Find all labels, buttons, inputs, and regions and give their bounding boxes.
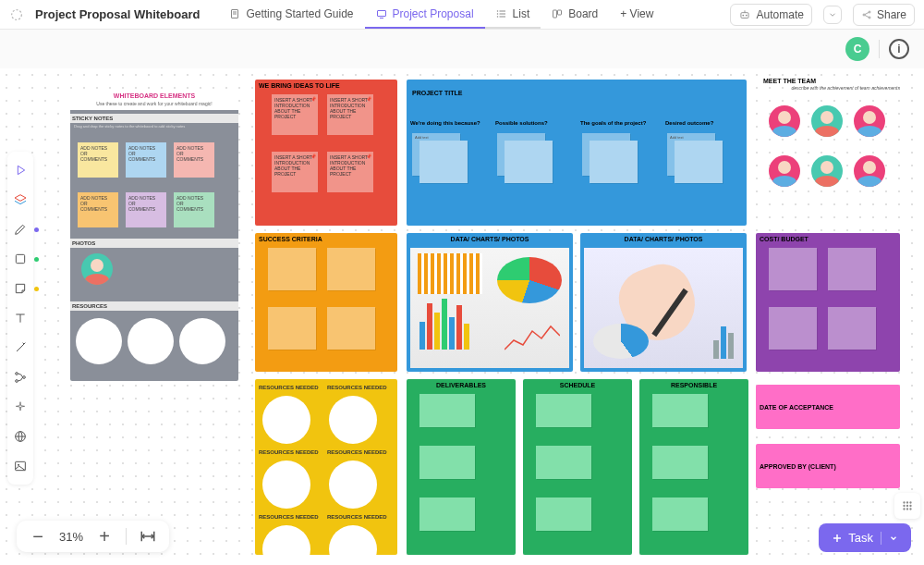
resource-circle[interactable] [179,318,225,364]
panel-team[interactable]: MEET THE TEAM describe with the achievem… [763,78,900,226]
cursor-tool[interactable] [11,161,30,179]
tab-getting-started[interactable]: Getting Started Guide [218,1,364,29]
board-icon [552,8,563,19]
resp-sticky[interactable] [652,394,708,427]
team-avatar[interactable] [854,105,885,137]
sample-sticky[interactable]: ADD NOTES OR COMMENTS [174,142,214,178]
task-label: Task [848,531,873,545]
panel-responsible[interactable]: RESPONSIBLE [639,379,748,555]
automate-dropdown[interactable] [823,6,842,24]
fit-width-button[interactable] [140,528,156,545]
tab-list[interactable]: List [485,1,541,29]
sample-sticky[interactable]: ADD NOTES OR COMMENTS [78,192,118,227]
sched-sticky[interactable] [536,446,591,479]
panel-data-charts-1[interactable]: DATA/ CHARTS/ PHOTOS [407,233,573,372]
automate-button[interactable]: Automate [730,4,812,26]
zoom-in-button[interactable]: + [96,528,113,545]
idea-sticky[interactable]: INSERT A SHORT INTRODUCTION ABOUT THE PR… [327,152,373,192]
svg-line-27 [17,344,24,351]
project-sticky[interactable] [675,141,723,183]
idea-sticky[interactable]: INSERT A SHORT INTRODUCTION ABOUT THE PR… [327,94,373,135]
cost-sticky[interactable] [769,307,817,350]
user-avatar[interactable]: C [845,37,869,61]
team-avatar[interactable] [811,105,843,137]
shape-tool[interactable] [11,250,30,268]
deliv-sticky[interactable] [419,394,475,427]
resource-slot[interactable] [262,525,310,565]
cost-sticky[interactable] [828,248,876,290]
responsible-title: RESPONSIBLE [643,382,745,388]
panel-project-title[interactable]: PROJECT TITLE We're doing this because? … [407,80,747,226]
resource-slot[interactable] [262,396,310,444]
panel-resources-needed[interactable]: RESOURCES NEEDED RESOURCES NEEDED RESOUR… [255,379,397,555]
quick-menu-button[interactable] [894,493,920,519]
sticky-tool[interactable] [11,279,30,298]
success-sticky[interactable] [327,307,375,350]
zoom-out-button[interactable]: − [30,528,46,545]
team-avatar[interactable] [854,155,885,187]
sample-sticky[interactable]: ADD NOTES OR COMMENTS [78,142,118,178]
team-avatar[interactable] [769,105,800,137]
panel-approved[interactable]: APPROVED BY (CLIENT) [756,444,900,488]
share-button[interactable]: Share [853,4,915,26]
connector-tool[interactable] [11,338,30,357]
image-tool[interactable] [11,457,30,475]
resource-circle[interactable] [128,318,174,364]
resource-slot[interactable] [262,461,310,509]
whiteboard-canvas[interactable]: WHITEBOARD ELEMENTS Use these to create … [0,68,924,565]
sample-sticky[interactable]: ADD NOTES OR COMMENTS [126,192,166,227]
deliverables-title: DELIVERABLES [410,382,512,388]
success-sticky[interactable] [268,307,316,350]
data2-title: DATA/ CHARTS/ PHOTOS [580,233,747,245]
sample-avatar-photo[interactable] [81,253,113,285]
panel-success[interactable]: SUCCESS CRITERIA [255,233,397,372]
text-tool[interactable] [11,309,30,327]
layers-tool[interactable] [11,190,30,209]
panel-data-charts-2[interactable]: DATA/ CHARTS/ PHOTOS [580,233,747,372]
sparkle-icon [13,399,28,414]
info-button[interactable]: i [889,39,909,59]
resource-circle[interactable] [76,318,122,364]
project-sticky[interactable] [419,141,468,183]
panel-ideas[interactable]: WE BRING IDEAS TO LIFE INSERT A SHORT IN… [255,80,397,226]
sched-sticky[interactable] [536,497,591,531]
branch-tool[interactable] [11,368,30,387]
resource-slot[interactable] [329,461,377,509]
new-task-button[interactable]: Task [819,523,911,552]
svg-point-20 [869,17,870,18]
svg-point-10 [496,13,498,15]
sample-sticky[interactable]: ADD NOTES OR COMMENTS [126,142,166,178]
resp-sticky[interactable] [652,446,708,479]
panel-schedule[interactable]: SCHEDULE [523,379,632,555]
project-sticky[interactable] [505,141,553,183]
resource-slot[interactable] [329,525,377,565]
magic-tool[interactable] [11,398,30,416]
col-label: We're doing this because? [410,120,480,126]
resp-sticky[interactable] [652,497,708,531]
success-sticky[interactable] [268,248,316,290]
success-sticky[interactable] [327,248,375,290]
branch-icon [13,370,28,385]
team-avatar[interactable] [811,155,843,187]
tab-board[interactable]: Board [541,1,609,29]
tab-add-view[interactable]: + View [609,1,664,29]
idea-sticky[interactable]: INSERT A SHORT INTRODUCTION ABOUT THE PR… [272,94,318,135]
idea-sticky[interactable]: INSERT A SHORT INTRODUCTION ABOUT THE PR… [272,152,318,192]
web-tool[interactable] [11,427,30,446]
tab-project-proposal[interactable]: Project Proposal [365,1,485,29]
cost-sticky[interactable] [828,307,876,350]
deliv-sticky[interactable] [419,497,475,531]
deliv-sticky[interactable] [419,446,475,479]
cost-sticky[interactable] [769,248,817,290]
team-avatar[interactable] [769,155,800,187]
sched-sticky[interactable] [536,394,591,427]
panel-cost-budget[interactable]: COST/ BUDGET [756,233,900,372]
resource-slot[interactable] [329,396,377,444]
panel-whiteboard-elements[interactable]: WHITEBOARD ELEMENTS Use these to create … [70,89,238,381]
resources-header: RESOURCES [70,301,238,311]
panel-acceptance[interactable]: DATE OF ACCEPTANCE [756,385,900,429]
pen-tool[interactable] [11,220,30,239]
sample-sticky[interactable]: ADD NOTES OR COMMENTS [174,192,214,227]
panel-deliverables[interactable]: DELIVERABLES [407,379,516,555]
project-sticky[interactable] [590,141,638,183]
